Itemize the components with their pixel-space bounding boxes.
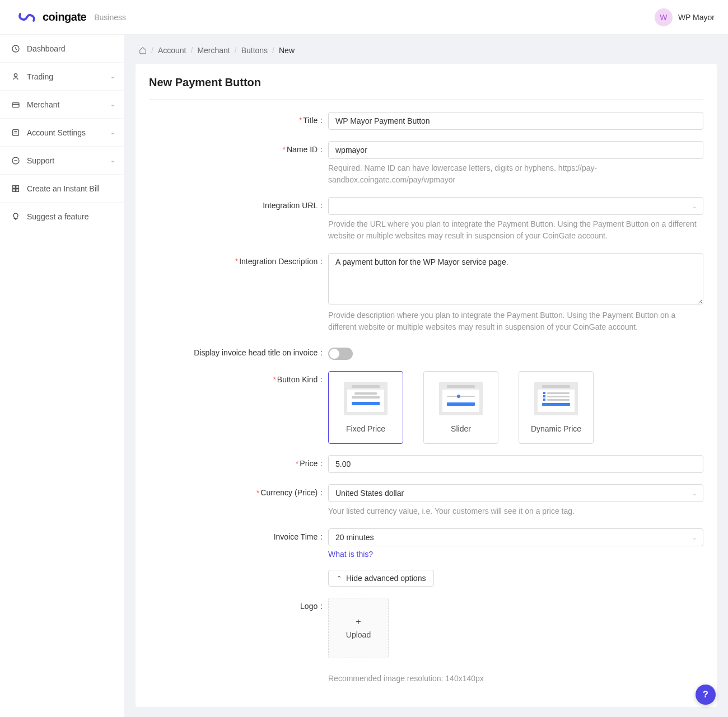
sidebar: Dashboard Trading ⌄ Merchant ⌄ Account S… (0, 35, 124, 717)
svg-rect-8 (16, 189, 19, 191)
kind-label: Fixed Price (346, 424, 385, 433)
chevron-down-icon: ⌄ (110, 157, 115, 163)
merchant-icon (11, 100, 20, 109)
integration-desc-help: Provide description where you plan to in… (328, 310, 703, 333)
svg-point-1 (14, 73, 17, 76)
sidebar-item-label: Suggest a feature (27, 212, 89, 221)
integration-desc-textarea[interactable] (328, 253, 703, 304)
sidebar-item-account-settings[interactable]: Account Settings ⌄ (0, 119, 124, 147)
sidebar-item-label: Account Settings (27, 128, 86, 137)
chevron-up-icon: ⌃ (337, 575, 342, 582)
integration-url-select[interactable] (328, 197, 703, 215)
brand-logo[interactable]: coingate Business (17, 11, 126, 24)
sidebar-item-label: Support (27, 156, 54, 165)
kind-label: Dynamic Price (531, 424, 581, 433)
chevron-down-icon: ⌄ (110, 101, 115, 107)
title-label: *Title : (149, 112, 328, 130)
hide-advanced-button[interactable]: ⌃ Hide advanced options (328, 570, 434, 587)
fixed-price-preview-icon (344, 382, 388, 415)
sidebar-item-label: Dashboard (27, 44, 66, 53)
kind-dynamic-price[interactable]: Dynamic Price (519, 371, 594, 444)
svg-rect-2 (12, 102, 19, 107)
breadcrumb: / Account / Merchant / Buttons / New (136, 46, 717, 55)
invoice-time-link[interactable]: What is this? (328, 550, 703, 559)
chevron-down-icon: ⌄ (110, 129, 115, 135)
breadcrumb-merchant[interactable]: Merchant (197, 46, 230, 55)
breadcrumb-buttons[interactable]: Buttons (241, 46, 268, 55)
form-card: New Payment Button *Title : *Name ID : R… (136, 64, 717, 707)
svg-rect-5 (13, 185, 16, 188)
settings-icon (11, 128, 20, 137)
plus-icon: + (356, 617, 361, 627)
logo-label: Logo : (149, 598, 328, 658)
chevron-down-icon: ⌄ (110, 73, 115, 79)
name-id-label: *Name ID : (149, 141, 328, 186)
support-icon (11, 156, 20, 165)
sidebar-item-label: Merchant (27, 100, 59, 109)
kind-fixed-price[interactable]: Fixed Price (328, 371, 403, 444)
brand-sub: Business (94, 13, 126, 22)
button-kind-label: *Button Kind : (149, 371, 328, 444)
dashboard-icon (11, 44, 20, 53)
sidebar-item-label: Trading (27, 72, 53, 81)
page-title: New Payment Button (149, 76, 703, 100)
home-icon[interactable] (139, 46, 147, 54)
help-fab[interactable]: ? (696, 685, 716, 705)
sidebar-item-label: Create an Instant Bill (27, 184, 100, 193)
price-input[interactable] (328, 455, 703, 473)
kind-label: Slider (451, 424, 471, 433)
main-content: / Account / Merchant / Buttons / New New… (124, 35, 728, 717)
breadcrumb-current: New (279, 46, 295, 55)
slider-preview-icon (439, 382, 483, 415)
bill-icon (11, 184, 20, 193)
dynamic-preview-icon (534, 382, 578, 415)
sidebar-item-trading[interactable]: Trading ⌄ (0, 63, 124, 91)
svg-rect-6 (16, 185, 19, 188)
kind-slider[interactable]: Slider (423, 371, 498, 444)
idea-icon (11, 212, 20, 221)
breadcrumb-account[interactable]: Account (158, 46, 186, 55)
trading-icon (11, 72, 20, 81)
display-toggle-label: Display invoice head title on invoice : (149, 344, 328, 360)
logo-help: Recommended image resolution: 140x140px (328, 673, 703, 685)
name-id-input[interactable] (328, 141, 703, 159)
invoice-time-select[interactable]: 20 minutes (328, 528, 703, 546)
svg-rect-7 (13, 189, 16, 191)
header: coingate Business W WP Mayor (0, 0, 728, 35)
name-id-help: Required. Name ID can have lowercase let… (328, 162, 703, 186)
upload-label: Upload (346, 630, 371, 639)
display-invoice-toggle[interactable] (328, 348, 353, 360)
integration-desc-label: *Integration Description : (149, 253, 328, 333)
title-input[interactable] (328, 112, 703, 130)
sidebar-item-support[interactable]: Support ⌄ (0, 147, 124, 175)
price-label: *Price : (149, 455, 328, 473)
sidebar-item-suggest[interactable]: Suggest a feature (0, 203, 124, 231)
sidebar-item-merchant[interactable]: Merchant ⌄ (0, 91, 124, 119)
logo-icon (17, 11, 37, 24)
avatar: W (655, 8, 673, 26)
integration-url-help: Provide the URL where you plan to integr… (328, 218, 703, 242)
logo-upload[interactable]: + Upload (328, 598, 389, 658)
invoice-time-label: Invoice Time : (149, 528, 328, 559)
brand-name: coingate (43, 11, 86, 24)
currency-label: *Currency (Price) : (149, 484, 328, 517)
sidebar-item-instant-bill[interactable]: Create an Instant Bill (0, 175, 124, 203)
currency-select[interactable]: United States dollar (328, 484, 703, 502)
integration-url-label: Integration URL : (149, 197, 328, 242)
currency-help: Your listed currency value, i.e. Your cu… (328, 505, 703, 517)
sidebar-item-dashboard[interactable]: Dashboard (0, 35, 124, 63)
user-menu[interactable]: W WP Mayor (655, 8, 715, 26)
user-name: WP Mayor (678, 13, 715, 22)
